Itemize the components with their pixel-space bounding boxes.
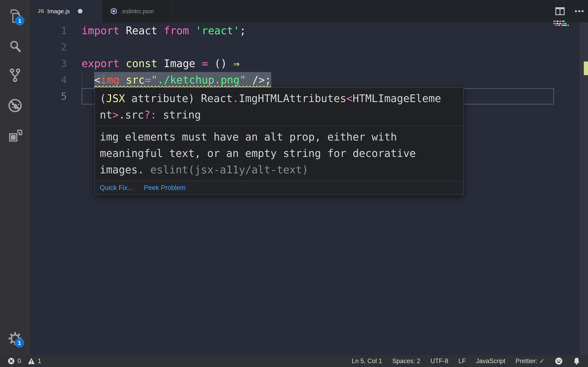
status-item[interactable]: JavaScript bbox=[476, 357, 505, 365]
activity-bar: 1 bbox=[0, 0, 30, 355]
tooltip-message: img elements must have an alt prop, eith… bbox=[95, 126, 463, 181]
modified-dot-icon[interactable] bbox=[78, 9, 82, 13]
tooltip-signature-line: nt>.src?: string bbox=[100, 107, 458, 123]
status-right: Ln 5, Col 1Spaces: 2UTF-8LFJavaScriptPre… bbox=[352, 357, 588, 365]
quick-fix-link[interactable]: Quick Fix... bbox=[100, 184, 133, 192]
feedback-smiley-icon[interactable] bbox=[555, 357, 563, 365]
editor-actions bbox=[555, 0, 584, 22]
status-item[interactable]: LF bbox=[458, 357, 466, 365]
explorer-badge: 1 bbox=[15, 16, 25, 25]
status-item[interactable]: Prettier: ✓ bbox=[516, 357, 545, 365]
source-control-icon[interactable] bbox=[0, 68, 30, 83]
search-icon[interactable] bbox=[0, 39, 30, 53]
eslint-file-icon bbox=[110, 7, 118, 15]
tooltip-message-line: images. eslint(jsx-a11y/alt-text) bbox=[100, 161, 458, 178]
code-line: export const Image = () ⇒ bbox=[82, 55, 240, 72]
status-item[interactable]: Ln 5, Col 1 bbox=[352, 357, 382, 365]
tooltip-message-line: meaningful text, or an empty string for … bbox=[100, 145, 458, 161]
tab-label: Image.js bbox=[47, 8, 70, 15]
tab-eslintrc-json[interactable]: .eslintrc.json bbox=[103, 0, 169, 22]
peek-problem-link[interactable]: Peek Problem bbox=[144, 184, 186, 192]
split-editor-icon[interactable] bbox=[555, 7, 565, 15]
status-bar: 0 1 Ln 5, Col 1Spaces: 2UTF-8LFJavaScrip… bbox=[0, 355, 588, 367]
status-item[interactable]: UTF-8 bbox=[431, 357, 448, 365]
more-actions-icon[interactable] bbox=[575, 10, 584, 12]
status-item[interactable]: Spaces: 2 bbox=[392, 357, 420, 365]
error-count: 0 bbox=[17, 357, 21, 365]
line-number: 2 bbox=[30, 39, 67, 55]
warning-count: 1 bbox=[38, 357, 41, 365]
minimap-line bbox=[553, 23, 566, 24]
tooltip-actions: Quick Fix... Peek Problem bbox=[95, 181, 463, 195]
overview-ruler-warning-mark bbox=[584, 61, 588, 75]
javascript-file-icon: JS bbox=[38, 8, 44, 14]
tooltip-signature-line: (JSX attribute) React.ImgHTMLAttributes<… bbox=[100, 90, 458, 107]
extensions-icon[interactable] bbox=[0, 128, 30, 143]
warning-count-icon bbox=[28, 358, 35, 365]
debug-icon[interactable] bbox=[0, 98, 30, 113]
tooltip-signature: (JSX attribute) React.ImgHTMLAttributes<… bbox=[95, 88, 463, 126]
settings-badge: 1 bbox=[15, 338, 24, 348]
code-line: import React from 'react'; bbox=[82, 22, 246, 39]
vscode-window: 1 bbox=[0, 0, 588, 367]
hover-tooltip: (JSX attribute) React.ImgHTMLAttributes<… bbox=[95, 87, 464, 195]
problems-status[interactable]: 0 1 bbox=[0, 357, 41, 365]
line-number: 4 bbox=[30, 72, 67, 88]
tab-image-js[interactable]: JS Image.js bbox=[30, 0, 103, 22]
notifications-bell-icon[interactable] bbox=[573, 357, 580, 365]
tooltip-message-line: img elements must have an alt prop, eith… bbox=[100, 129, 458, 145]
line-number: 5 bbox=[30, 88, 67, 105]
code-line: <img src="./ketchup.png" />; bbox=[82, 72, 271, 88]
line-number: 3 bbox=[30, 55, 67, 72]
line-number: 1 bbox=[30, 22, 67, 39]
tab-bar: JS Image.js .eslintrc.json bbox=[30, 0, 588, 22]
error-count-icon bbox=[8, 358, 15, 365]
tab-label: .eslintrc.json bbox=[121, 8, 154, 15]
minimap-line bbox=[555, 25, 569, 26]
minimap-line bbox=[553, 21, 565, 22]
